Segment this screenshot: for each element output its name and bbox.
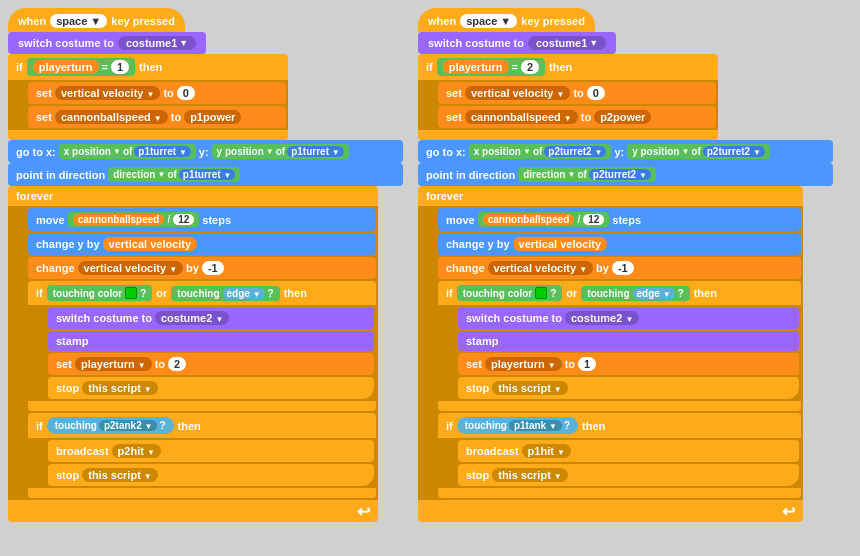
goto-2[interactable]: go to x: x position ▼ of p2turret2 ▼ y: … <box>418 140 833 163</box>
if-top-1[interactable]: if playerturn = 1 then <box>8 54 288 80</box>
key-dropdown-2[interactable]: space ▼ <box>460 14 517 28</box>
set-velocity-1[interactable]: set vertical velocity ▼ to 0 <box>28 82 286 104</box>
stop-2a[interactable]: stop this script ▼ <box>458 377 799 399</box>
stop-1b[interactable]: stop this script ▼ <box>48 464 374 486</box>
switch-costume-2b[interactable]: switch costume to costume2 ▼ <box>458 307 799 329</box>
if-block-2: if playerturn = 2 then set vertical velo… <box>418 54 718 140</box>
set-velocity-2[interactable]: set vertical velocity ▼ to 0 <box>438 82 716 104</box>
switch-costume-2[interactable]: switch costume to costume1 ▼ <box>418 32 616 54</box>
if-touching-2: if touching p1tank ▼ ? then broadcast p1… <box>438 413 801 498</box>
forever-block-1: forever move cannonballspeed / 12 steps … <box>8 186 378 522</box>
switch-costume-1[interactable]: switch costume to costume1 ▼ <box>8 32 206 54</box>
if-touching-1: if touching p2tank2 ▼ ? then broadcast p… <box>28 413 376 498</box>
move-2[interactable]: move cannonballspeed / 12 steps <box>438 208 801 231</box>
stamp-2[interactable]: stamp <box>458 331 799 351</box>
broadcast-1[interactable]: broadcast p2hit ▼ <box>48 440 374 462</box>
key-dropdown-1[interactable]: space ▼ <box>50 14 107 28</box>
hat-block-2[interactable]: when space ▼ key pressed <box>418 8 595 32</box>
switch-costume-2a[interactable]: switch costume to costume2 ▼ <box>48 307 374 329</box>
stop-2b[interactable]: stop this script ▼ <box>458 464 799 486</box>
point-direction-2[interactable]: point in direction direction ▼ of p2turr… <box>418 163 833 186</box>
if-color-edge-2: if touching color ? or touching edge ▼ ?… <box>438 281 801 411</box>
move-1[interactable]: move cannonballspeed / 12 steps <box>28 208 376 231</box>
set-cannonball-1[interactable]: set cannonballspeed ▼ to p1power <box>28 106 286 128</box>
set-playerturn-2[interactable]: set playerturn ▼ to 2 <box>48 353 374 375</box>
point-direction-1[interactable]: point in direction direction ▼ of p1turr… <box>8 163 403 186</box>
hat-label-1: when <box>18 15 46 27</box>
broadcast-2[interactable]: broadcast p1hit ▼ <box>458 440 799 462</box>
stamp-1[interactable]: stamp <box>48 331 374 351</box>
stop-1a[interactable]: stop this script ▼ <box>48 377 374 399</box>
if-color-edge-1: if touching color ? or touching edge ▼ ?… <box>28 281 376 411</box>
if-block-1: if playerturn = 1 then set vertical velo… <box>8 54 288 140</box>
change-y-2[interactable]: change y by vertical velocity <box>438 233 801 255</box>
script-column-2: when space ▼ key pressed switch costume … <box>418 8 833 522</box>
change-velocity-2[interactable]: change vertical velocity ▼ by -1 <box>438 257 801 279</box>
goto-1[interactable]: go to x: x position ▼ of p1turret ▼ y: y… <box>8 140 403 163</box>
hat-block-1[interactable]: when space ▼ key pressed <box>8 8 185 32</box>
set-playerturn-1[interactable]: set playerturn ▼ to 1 <box>458 353 799 375</box>
set-cannonball-2[interactable]: set cannonballspeed ▼ to p2power <box>438 106 716 128</box>
change-y-1[interactable]: change y by vertical velocity <box>28 233 376 255</box>
script-column-1: when space ▼ key pressed switch costume … <box>8 8 403 522</box>
forever-block-2: forever move cannonballspeed / 12 steps … <box>418 186 803 522</box>
change-velocity-1[interactable]: change vertical velocity ▼ by -1 <box>28 257 376 279</box>
